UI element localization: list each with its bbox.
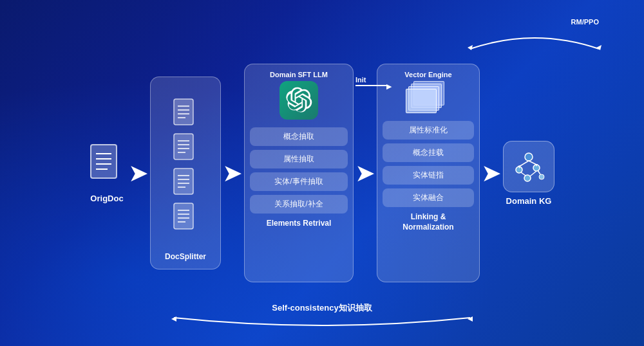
linking-item-3: 实体融合	[383, 188, 474, 207]
domain-sft-label: Domain SFT LLM	[270, 71, 328, 78]
docsplitter-icons	[173, 84, 198, 247]
openai-icon	[279, 81, 318, 120]
doc-icon-3	[173, 168, 198, 197]
arrow-origdoc-to-docsplitter: ➤	[128, 159, 149, 187]
stacked-pages-icon	[406, 81, 451, 113]
svg-rect-0	[91, 145, 117, 178]
svg-line-34	[538, 170, 540, 174]
svg-marker-40	[468, 316, 473, 322]
rm-ppo-arc-container: RM/PPO	[464, 18, 605, 50]
svg-rect-20	[174, 203, 193, 229]
origdoc-icon	[90, 143, 124, 190]
doc-icon-4	[173, 203, 198, 232]
docsplitter-panel: DocSplitter	[150, 77, 221, 269]
origdoc-block: OrigDoc	[90, 143, 124, 203]
vector-engine-label: Vector Engine	[404, 71, 451, 78]
kg-icon-box	[503, 141, 554, 192]
init-label: Init	[355, 76, 366, 84]
elements-panel: Domain SFT LLM Init ▶ 概念抽取 属性抽取 实体/事件抽取 …	[244, 64, 354, 282]
init-arrow-area: Init ▶	[355, 76, 388, 86]
elements-item-3: 关系抽取/补全	[250, 195, 348, 214]
svg-point-25	[525, 153, 533, 161]
init-line: ▶	[355, 85, 388, 86]
origdoc-label: OrigDoc	[90, 194, 123, 203]
svg-line-33	[530, 171, 536, 176]
svg-line-32	[521, 172, 526, 176]
self-consistency-label: Self-consistency知识抽取	[272, 302, 372, 314]
arrow-docsplitter-to-elements: ➤	[222, 159, 243, 187]
doc-icon-1	[173, 98, 198, 128]
domain-kg-block: Domain KG	[503, 141, 554, 206]
svg-point-29	[539, 174, 544, 179]
linking-item-1: 概念挂载	[383, 143, 474, 162]
domain-kg-label: Domain KG	[506, 196, 552, 206]
elements-items-list: 概念抽取 属性抽取 实体/事件抽取 关系抽取/补全	[250, 127, 348, 214]
rm-ppo-arc-svg	[464, 27, 605, 50]
self-consistency-container: Self-consistency知识抽取	[167, 302, 477, 334]
linking-label: Linking &Normalization	[402, 212, 453, 232]
doc-icon-2	[173, 133, 198, 163]
linking-item-0: 属性标准化	[383, 121, 474, 140]
svg-marker-37	[468, 45, 473, 50]
elements-label: Elements Retrival	[267, 219, 332, 229]
arrow-linking-to-kg: ➤	[481, 159, 502, 187]
arrow-elements-to-linking: ➤	[355, 159, 375, 187]
rm-ppo-label: RM/PPO	[571, 18, 599, 26]
docsplitter-label: DocSplitter	[165, 252, 206, 262]
svg-rect-15	[174, 168, 193, 194]
svg-rect-5	[174, 99, 193, 125]
svg-line-30	[519, 161, 529, 167]
linking-items-list: 属性标准化 概念挂载 实体链指 实体融合	[383, 121, 474, 207]
linking-item-2: 实体链指	[383, 166, 474, 185]
svg-marker-38	[596, 45, 601, 50]
main-container: OrigDoc ➤	[0, 0, 644, 346]
svg-marker-39	[171, 316, 176, 322]
elements-item-1: 属性抽取	[250, 150, 348, 168]
kg-svg	[509, 147, 548, 186]
self-consistency-arc-svg	[167, 315, 477, 334]
elements-item-2: 实体/事件抽取	[250, 172, 348, 191]
openai-svg	[285, 87, 312, 114]
flow-row: OrigDoc ➤	[6, 64, 638, 282]
elements-item-0: 概念抽取	[250, 127, 348, 146]
svg-rect-10	[174, 134, 193, 159]
linking-panel: Vector Engine 属性标准化 概念挂载 实体链指 实体融合 Linki…	[377, 64, 480, 282]
